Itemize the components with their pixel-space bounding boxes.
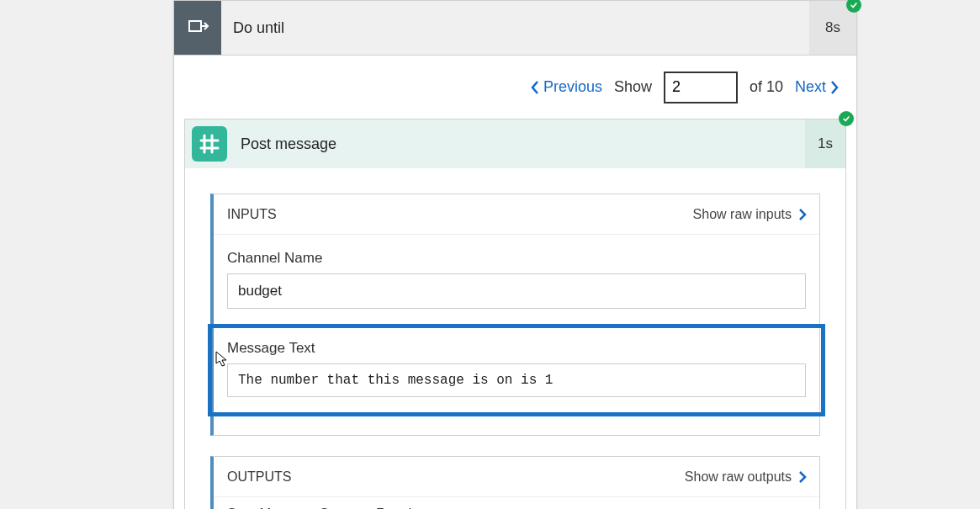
chevron-right-icon (829, 80, 840, 95)
slack-icon (185, 119, 229, 168)
outputs-panel: OUTPUTS Show raw outputs Sent Message Su… (210, 456, 820, 509)
svg-rect-0 (189, 21, 201, 31)
chevron-left-icon (530, 80, 540, 95)
chevron-right-icon (798, 208, 808, 221)
show-raw-inputs-label: Show raw inputs (693, 207, 792, 222)
inputs-panel-header: INPUTS Show raw inputs (214, 194, 819, 235)
of-total-label: of 10 (750, 78, 783, 96)
do-until-title: Do until (221, 1, 809, 55)
show-label: Show (614, 78, 652, 96)
next-label: Next (795, 78, 826, 96)
post-message-card: Post message 1s INPUTS Show raw inputs C… (184, 119, 846, 509)
show-raw-outputs-link[interactable]: Show raw outputs (685, 469, 808, 485)
sent-message-result-label: Sent Message Success Result (214, 497, 819, 509)
post-message-header[interactable]: Post message 1s (185, 119, 845, 168)
message-text-label: Message Text (227, 340, 806, 357)
post-message-title: Post message (229, 119, 805, 168)
inputs-heading: INPUTS (227, 207, 277, 222)
channel-name-value: budget (227, 273, 806, 309)
iteration-pager: Previous Show of 10 Next (174, 56, 856, 119)
outputs-heading: OUTPUTS (227, 469, 291, 485)
chevron-right-icon (798, 470, 808, 484)
show-raw-outputs-label: Show raw outputs (685, 469, 792, 485)
previous-label: Previous (543, 78, 602, 96)
inputs-panel: INPUTS Show raw inputs Channel Name budg… (210, 194, 820, 436)
success-check-icon (839, 111, 854, 126)
do-until-header[interactable]: Do until 8s (174, 1, 856, 56)
next-button[interactable]: Next (795, 78, 840, 96)
message-text-value: The number that this message is on is 1 (227, 363, 806, 397)
message-text-highlight: Message Text The number that this messag… (208, 324, 825, 416)
loop-icon (174, 1, 221, 55)
do-until-card: Do until 8s Previous Show of 10 Next (173, 0, 857, 509)
show-raw-inputs-link[interactable]: Show raw inputs (693, 207, 808, 222)
channel-name-field: Channel Name budget (227, 250, 806, 309)
iteration-input[interactable] (664, 72, 738, 103)
post-message-duration: 1s (805, 119, 845, 168)
previous-button[interactable]: Previous (530, 78, 602, 96)
outputs-panel-header: OUTPUTS Show raw outputs (214, 457, 819, 497)
success-check-icon (846, 0, 861, 13)
channel-name-label: Channel Name (227, 250, 806, 267)
